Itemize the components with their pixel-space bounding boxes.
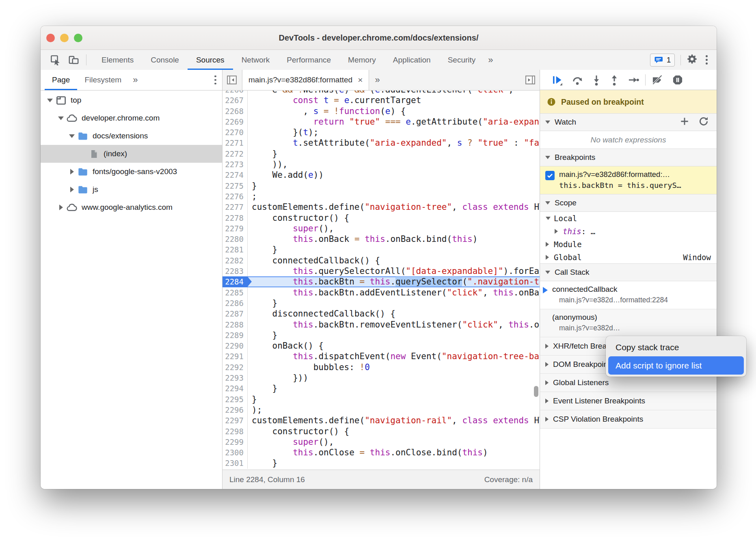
hide-navigator-icon[interactable]	[226, 74, 238, 86]
code-line[interactable]: 2278 constructor() {	[222, 213, 540, 223]
line-number[interactable]: 2267	[222, 95, 248, 106]
tab-network[interactable]: Network	[233, 50, 279, 70]
menu-item-copy-stack-trace[interactable]: Copy stack trace	[608, 338, 744, 356]
code-line[interactable]: 2293 }))	[222, 373, 540, 383]
line-number[interactable]: 2268	[222, 106, 248, 116]
code-line-text[interactable]: onBack() {	[248, 340, 540, 351]
breakpoint-checkbox[interactable]	[545, 171, 555, 180]
code-line[interactable]: 2284 this.backBtn = this.querySelector("…	[222, 276, 540, 287]
section-csp-violation-breakpoints[interactable]: CSP Violation Breakpoints	[540, 410, 717, 429]
code-line[interactable]: 2294 }	[222, 383, 540, 394]
code-line-text[interactable]: connectedCallback() {	[248, 255, 540, 266]
code-line[interactable]: 2270 }(t);	[222, 127, 540, 138]
code-line-text[interactable]: super(),	[248, 223, 540, 234]
navigator-tab-page[interactable]: Page	[45, 70, 77, 90]
step-over-icon[interactable]	[567, 74, 588, 86]
scope-row-this[interactable]: this: …	[540, 225, 717, 238]
code-line[interactable]: 2290 onBack() {	[222, 340, 540, 351]
code-line[interactable]: 2285 this.backBtn.addEventListener("clic…	[222, 287, 540, 298]
tab-memory[interactable]: Memory	[339, 50, 384, 70]
tree-item[interactable]: www.google-analytics.com	[41, 198, 222, 216]
line-number[interactable]: 2286	[222, 298, 248, 308]
line-number[interactable]: 2272	[222, 149, 248, 159]
line-number[interactable]: 2297	[222, 415, 248, 426]
code-line-text[interactable]: this.onClose = this.onClose.bind(this)	[248, 447, 540, 458]
code-line[interactable]: 2298 constructor() {	[222, 426, 540, 437]
code-line[interactable]: 2266 e && !We.has(e) && (e.addEventListe…	[222, 90, 540, 95]
code-line[interactable]: 2295}	[222, 394, 540, 405]
line-number[interactable]: 2278	[222, 213, 248, 223]
code-line[interactable]: 2281 }	[222, 244, 540, 255]
tab-sources[interactable]: Sources	[188, 50, 233, 70]
scope-row-module[interactable]: Module	[540, 238, 717, 251]
step-icon[interactable]	[623, 74, 644, 86]
tree-expander-icon[interactable]	[56, 116, 65, 120]
line-number[interactable]: 2283	[222, 266, 248, 276]
code-line-text[interactable]: return "true" === e.getAttribute("aria-e…	[248, 116, 540, 127]
line-number[interactable]: 2299	[222, 437, 248, 447]
tab-console[interactable]: Console	[142, 50, 188, 70]
code-line-text[interactable]: this.querySelectorAll("[data-expandable]…	[248, 266, 540, 276]
step-out-icon[interactable]	[605, 74, 623, 86]
close-window-button[interactable]	[46, 34, 55, 42]
code-line-text[interactable]: , s = !function(e) {	[248, 106, 540, 116]
line-number[interactable]: 2296	[222, 405, 248, 415]
code-line[interactable]: 2279 super(),	[222, 223, 540, 234]
code-line[interactable]: 2297customElements.define("navigation-ra…	[222, 415, 540, 426]
tree-item[interactable]: top	[41, 91, 222, 109]
line-number[interactable]: 2280	[222, 234, 248, 244]
line-number[interactable]: 2266	[222, 90, 248, 95]
inspect-element-icon[interactable]	[46, 50, 65, 70]
line-number[interactable]: 2290	[222, 340, 248, 351]
line-number[interactable]: 2291	[222, 351, 248, 362]
tree-expander-icon[interactable]	[45, 99, 54, 102]
scope-expander-icon[interactable]	[555, 229, 563, 234]
scope-expander-icon[interactable]	[546, 255, 554, 260]
code-line[interactable]: 2277customElements.define("navigation-tr…	[222, 202, 540, 212]
call-stack-frame[interactable]: (anonymous)main.js?v=e382d…	[540, 309, 717, 337]
code-line-text[interactable]: }))	[248, 373, 540, 383]
more-tabs-icon[interactable]: »	[484, 50, 497, 70]
code-line-text[interactable]: }	[248, 149, 540, 159]
issues-badge[interactable]: 1	[650, 54, 675, 67]
tab-elements[interactable]: Elements	[93, 50, 142, 70]
deactivate-breakpoints-icon[interactable]	[647, 74, 667, 86]
line-number[interactable]: 2293	[222, 373, 248, 383]
code-line-text[interactable]: )),	[248, 159, 540, 170]
code-line[interactable]: 2291 this.dispatchEvent(new Event("navig…	[222, 351, 540, 362]
tree-expander-icon[interactable]	[67, 169, 76, 175]
code-editor[interactable]: 2266 e && !We.has(e) && (e.addEventListe…	[222, 90, 540, 470]
code-line-text[interactable]: bubbles: !0	[248, 362, 540, 373]
code-line[interactable]: 2267 const t = e.currentTarget	[222, 95, 540, 106]
line-number[interactable]: 2273	[222, 159, 248, 170]
code-line[interactable]: 2282 connectedCallback() {	[222, 255, 540, 266]
code-line-text[interactable]: }	[248, 458, 540, 468]
code-line-text[interactable]: }	[248, 330, 540, 340]
code-line[interactable]: 2287 disconnectedCallback() {	[222, 308, 540, 319]
code-line-text[interactable]: super(),	[248, 437, 540, 447]
line-number[interactable]: 2294	[222, 383, 248, 394]
code-line-text[interactable]: this.onBack = this.onBack.bind(this)	[248, 234, 540, 244]
code-line-text[interactable]: customElements.define("navigation-rail",…	[248, 415, 540, 426]
line-number[interactable]: 2292	[222, 362, 248, 373]
section-event-listener-breakpoints[interactable]: Event Listener Breakpoints	[540, 392, 717, 410]
code-line-text[interactable]: customElements.define("navigation-tree",…	[248, 202, 540, 212]
tree-item[interactable]: js	[41, 181, 222, 198]
code-line[interactable]: 2273 )),	[222, 159, 540, 170]
code-line[interactable]: 2296);	[222, 405, 540, 415]
code-line-text[interactable]: ;	[248, 191, 540, 202]
line-number[interactable]: 2279	[222, 223, 248, 234]
code-line-text[interactable]: t.setAttribute("aria-expanded", s ? "tru…	[248, 138, 540, 148]
code-line[interactable]: 2301 }	[222, 458, 540, 468]
scope-expander-icon[interactable]	[546, 242, 554, 247]
line-number[interactable]: 2269	[222, 116, 248, 127]
code-line-text[interactable]: }	[248, 394, 540, 405]
line-number[interactable]: 2298	[222, 426, 248, 437]
code-line[interactable]: 2289 }	[222, 330, 540, 340]
line-number[interactable]: 2301	[222, 458, 248, 468]
navigator-kebab-icon[interactable]	[212, 70, 219, 90]
scope-row-global[interactable]: GlobalWindow	[540, 251, 717, 264]
zoom-window-button[interactable]	[74, 34, 82, 42]
line-number[interactable]: 2289	[222, 330, 248, 340]
scope-expander-icon[interactable]	[546, 217, 554, 220]
